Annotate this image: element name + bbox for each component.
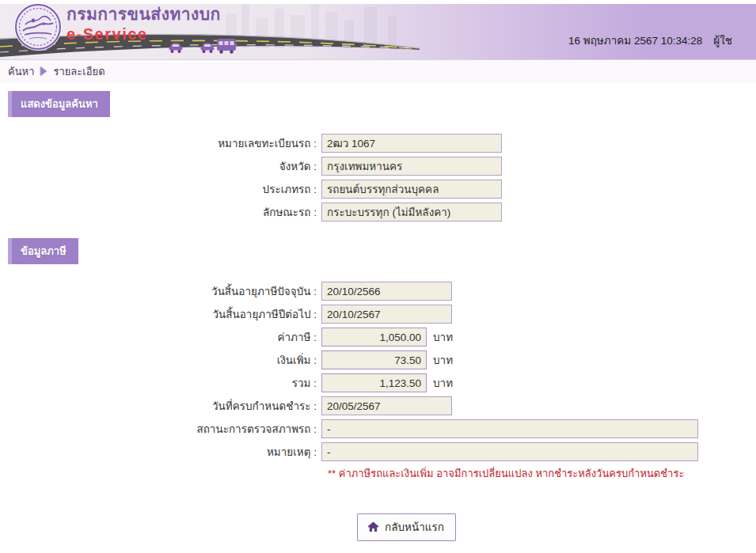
agency-name: กรมการขนส่งทางบก — [66, 5, 221, 23]
payment-due-date-label: วันที่ครบกำหนดชำระ : — [0, 397, 321, 415]
remarks-field[interactable] — [321, 442, 698, 461]
currency-unit: บาท — [433, 374, 453, 392]
vehicle-body-style-label: ลักษณะรถ : — [0, 203, 321, 221]
brand-block: กรมการขนส่งทางบก e-Service — [66, 5, 221, 43]
registration-number-label: หมายเลขทะเบียนรถ : — [0, 134, 321, 152]
currency-unit: บาท — [433, 328, 453, 346]
current-tax-expiry-label: วันสิ้นอายุภาษีปัจจุบัน : — [0, 282, 321, 300]
inspection-status-field[interactable] — [321, 419, 698, 438]
page-header: กรมการขนส่งทางบก e-Service 16 พฤษภาคม 25… — [0, 0, 756, 60]
home-icon — [367, 521, 379, 532]
form-row: หมายเลขทะเบียนรถ : — [0, 134, 756, 153]
breadcrumb-detail: รายละเอียด — [53, 63, 104, 80]
tax-change-warning: ** ค่าภาษีรถและเงินเพิ่ม อาจมีการเปลี่ยน… — [328, 465, 756, 482]
form-row: ค่าภาษี : บาท — [0, 328, 756, 347]
section-title-search: แสดงข้อมูลค้นหา — [8, 91, 110, 117]
inspection-status-label: สถานะการตรวจสภาพรถ : — [0, 420, 321, 437]
back-home-button[interactable]: กลับหน้าแรก — [357, 513, 456, 541]
province-label: จังหวัด : — [0, 157, 321, 175]
form-row: หมายเหตุ : — [0, 442, 756, 461]
vehicle-type-field[interactable] — [321, 180, 502, 199]
vehicle-type-label: ประเภทรถ : — [0, 180, 321, 198]
tax-info-section: ข้อมูลภาษี วันสิ้นอายุภาษีปัจจุบัน : วัน… — [0, 225, 756, 482]
service-name: e-Service — [66, 25, 221, 43]
form-row: เงินเพิ่ม : บาท — [0, 350, 756, 369]
form-row: รวม : บาท — [0, 373, 756, 392]
search-result-section: แสดงข้อมูลค้นหา หมายเลขทะเบียนรถ : จังหว… — [0, 83, 756, 222]
total-amount-label: รวม : — [0, 374, 321, 392]
currency-unit: บาท — [433, 351, 453, 369]
form-row: วันที่ครบกำหนดชำระ : — [0, 396, 756, 415]
form-row: วันสิ้นอายุภาษีปัจจุบัน : — [0, 282, 756, 301]
form-row: ลักษณะรถ : — [0, 203, 756, 222]
breadcrumb-search[interactable]: ค้นหา — [8, 63, 34, 80]
form-row: ประเภทรถ : — [0, 180, 756, 199]
breadcrumb-arrow-icon — [40, 66, 47, 78]
car-icon — [201, 43, 215, 53]
surcharge-amount-field[interactable] — [321, 350, 427, 369]
form-row: สถานะการตรวจสภาพรถ : — [0, 419, 756, 438]
back-home-label: กลับหน้าแรก — [385, 518, 444, 536]
section-title-tax: ข้อมูลภาษี — [8, 238, 78, 264]
province-field[interactable] — [321, 157, 502, 176]
next-tax-expiry-field[interactable] — [321, 305, 452, 324]
current-tax-expiry-field[interactable] — [321, 282, 452, 301]
form-row: จังหวัด : — [0, 157, 756, 176]
next-tax-expiry-label: วันสิ้นอายุภาษีปีต่อไป : — [0, 305, 321, 323]
breadcrumb: ค้นหา รายละเอียด — [0, 60, 756, 83]
total-amount-field[interactable] — [321, 373, 427, 392]
registration-number-field[interactable] — [321, 134, 502, 153]
tax-amount-field[interactable] — [321, 328, 427, 347]
car-icon — [169, 43, 183, 53]
form-row: วันสิ้นอายุภาษีปีต่อไป : — [0, 305, 756, 324]
remarks-label: หมายเหตุ : — [0, 443, 321, 460]
datetime-text: 16 พฤษภาคม 2567 10:34:28 — [568, 32, 702, 49]
tax-amount-label: ค่าภาษี : — [0, 328, 321, 346]
vehicle-body-style-field[interactable] — [321, 203, 502, 222]
surcharge-amount-label: เงินเพิ่ม : — [0, 351, 321, 369]
header-meta: 16 พฤษภาคม 2567 10:34:28 ผู้ใช — [568, 32, 732, 49]
footer-actions: กลับหน้าแรก — [0, 513, 756, 541]
payment-due-date-field[interactable] — [321, 396, 452, 415]
dlt-seal-logo — [13, 2, 63, 54]
user-label: ผู้ใช — [713, 32, 732, 49]
